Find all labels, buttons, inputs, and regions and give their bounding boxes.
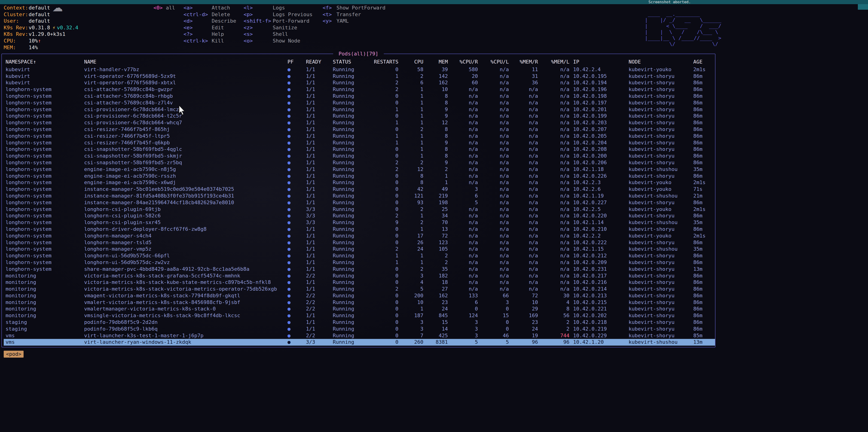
table-row[interactable]: monitoringvmalertmanager-victoria-metric… xyxy=(4,306,715,312)
table-row[interactable]: longhorn-systemengine-image-ei-acb7590c-… xyxy=(4,179,715,186)
port-forward-dot-icon: ● xyxy=(287,73,306,80)
table-row[interactable]: longhorn-systemlonghorn-driver-deployer-… xyxy=(4,226,715,233)
cell-ip: 10.42.0.202 xyxy=(569,312,628,319)
breadcrumb-pod[interactable]: <pod> xyxy=(4,351,24,358)
table-row[interactable]: longhorn-systemcsi-provisioner-6c78dcb66… xyxy=(4,106,715,113)
cell-memr: n/a xyxy=(509,212,538,219)
cell-node: kubevirt-shoryu xyxy=(628,93,693,100)
table-row[interactable]: monitoringvictoria-metrics-k8s-stack-kub… xyxy=(4,279,715,286)
table-row[interactable]: monitoringvictoria-metrics-k8s-stack-vic… xyxy=(4,286,715,293)
table-row[interactable]: longhorn-systemengine-image-ei-acb7590c-… xyxy=(4,166,715,173)
cell-age: 2m1s xyxy=(693,66,716,73)
cell-age: 86m xyxy=(693,79,716,86)
cell-ip: 10.42.0.208 xyxy=(569,146,628,153)
hotkey-menu-actions-1: <a>Attach<ctrl-d>Delete<d>Describe<e>Edi… xyxy=(184,5,236,44)
info-mem: MEM:14% xyxy=(4,44,78,51)
cell-ip: 10.42.0.199 xyxy=(569,113,628,120)
cell-namespace: longhorn-system xyxy=(5,126,84,133)
cell-cpu: 3 xyxy=(398,319,423,326)
table-row[interactable]: monitoringvmsingle-victoria-metrics-k8s-… xyxy=(4,312,715,319)
table-row[interactable]: monitoringvmalert-victoria-metrics-k8s-s… xyxy=(4,299,715,306)
table-row[interactable]: kubevirtvirt-operator-6776f5689d-5zx9t●1… xyxy=(4,73,715,80)
cell-restarts: 0 xyxy=(367,326,398,332)
cell-cpul: 0 xyxy=(478,306,509,312)
table-row[interactable]: monitoringvmagent-victoria-metrics-k8s-s… xyxy=(4,293,715,299)
k9s-logo: ____ __.________ | |/ _/ __ \______ | < … xyxy=(645,11,721,47)
table-row[interactable]: longhorn-systeminstance-manager-84ae2159… xyxy=(4,199,715,206)
cell-name: longhorn-csi-plugin-69tjb xyxy=(84,206,287,213)
cell-ready: 1/1 xyxy=(306,179,333,186)
cell-age: 86m xyxy=(693,159,716,166)
table-row[interactable]: longhorn-systemlonghorn-csi-plugin-69tjb… xyxy=(4,206,715,213)
cell-ready: 2/2 xyxy=(306,332,333,339)
table-row[interactable]: longhorn-systemlonghorn-manager-vmp5z●1/… xyxy=(4,246,715,253)
cell-memr: 96 xyxy=(509,339,538,345)
table-row[interactable]: longhorn-systemcsi-resizer-7466f7b45f-86… xyxy=(4,126,715,133)
table-row[interactable]: longhorn-systemlonghorn-ui-56d9b575dc-66… xyxy=(4,253,715,259)
table-row[interactable]: longhorn-systemcsi-snapshotter-58bf69fbd… xyxy=(4,159,715,166)
table-row-selected[interactable]: vmsvirt-launcher-ryan-windows-11-zkdqk●3… xyxy=(4,339,715,345)
table-row[interactable]: longhorn-systemcsi-resizer-7466f7b45f-q6… xyxy=(4,139,715,146)
table-row[interactable]: longhorn-systemlonghorn-csi-plugin-582c6… xyxy=(4,212,715,219)
table-row[interactable]: longhorn-systemcsi-provisioner-6c78dcb66… xyxy=(4,113,715,120)
cell-cpu: 1 xyxy=(398,133,423,139)
cell-ip: 10.42.0.227 xyxy=(569,199,628,206)
cell-restarts: 0 xyxy=(367,339,398,345)
cell-namespace: monitoring xyxy=(5,273,84,279)
table-row[interactable]: longhorn-systeminstance-manager-81fd5a40… xyxy=(4,193,715,199)
cell-ip: 10.42.2.5 xyxy=(569,206,628,213)
cell-memr: n/a xyxy=(509,226,538,233)
table-row[interactable]: longhorn-systemengine-image-ei-acb7590c-… xyxy=(4,173,715,179)
table-row[interactable]: longhorn-systemcsi-resizer-7466f7b45f-lt… xyxy=(4,133,715,139)
cell-cpur: 133 xyxy=(448,293,478,299)
cell-namespace: longhorn-system xyxy=(5,106,84,113)
table-row[interactable]: longhorn-systemcsi-provisioner-6c78dcb66… xyxy=(4,120,715,126)
menu-item: <p>Logs Previous xyxy=(244,11,312,18)
cell-ready: 3/3 xyxy=(306,339,333,345)
cell-restarts: 0 xyxy=(367,312,398,319)
cell-restarts: 2 xyxy=(367,286,398,293)
cell-memr: n/a xyxy=(509,126,538,133)
table-row[interactable]: longhorn-systemcsi-snapshotter-58bf69fbd… xyxy=(4,153,715,159)
table-row[interactable]: longhorn-systeminstance-manager-5bc01eeb… xyxy=(4,186,715,193)
cell-cpur: n/a xyxy=(448,266,478,273)
cell-namespace: longhorn-system xyxy=(5,153,84,159)
info-context: Context:default xyxy=(4,5,78,11)
menu-label: all xyxy=(166,5,175,11)
cell-cpu: 1 xyxy=(398,146,423,153)
cell-namespace: longhorn-system xyxy=(5,93,84,100)
table-row[interactable]: stagingpodinfo-79db68f5c9-lkb6q●1/1Runni… xyxy=(4,326,715,332)
table-row[interactable]: longhorn-systemlonghorn-manager-tsld5●1/… xyxy=(4,239,715,246)
cell-memr: n/a xyxy=(509,206,538,213)
cell-ip: 10.42.1.19 xyxy=(569,193,628,199)
cell-mem: 23 xyxy=(423,299,448,306)
table-row[interactable]: longhorn-systemcsi-snapshotter-58bf69fbd… xyxy=(4,146,715,153)
menu-key: <t> xyxy=(322,11,337,18)
table-row[interactable]: longhorn-systemlonghorn-csi-plugin-sxr45… xyxy=(4,219,715,226)
cell-status: Running xyxy=(333,299,367,306)
table-row[interactable]: kubevirtvirt-operator-6776f5689d-xbtxl●1… xyxy=(4,79,715,86)
cell-memr: n/a xyxy=(509,239,538,246)
cell-node: kubevirt-shushou xyxy=(628,166,693,173)
cell-cpur: 3 xyxy=(448,326,478,332)
port-forward-dot-icon: ● xyxy=(287,239,306,246)
table-row[interactable]: longhorn-systemlonghorn-manager-s4ch4●1/… xyxy=(4,233,715,239)
cell-node: kubevirt-shoryu xyxy=(628,332,693,339)
table-row[interactable]: kubevirtvirt-handler-v77bz●1/1Running058… xyxy=(4,66,715,73)
table-row[interactable]: longhorn-systemcsi-attacher-57689cc84b-g… xyxy=(4,86,715,93)
cell-mem: 1 xyxy=(423,179,448,186)
port-forward-dot-icon: ● xyxy=(287,206,306,213)
table-row[interactable]: stagingpodinfo-79db68f5c9-2d2dn●1/1Runni… xyxy=(4,319,715,326)
cell-node: kubevirt-shoryu xyxy=(628,79,693,86)
menu-item: <d>Describe xyxy=(184,18,236,25)
table-row[interactable]: monitoringvictoria-metrics-k8s-stack-gra… xyxy=(4,273,715,279)
table-row[interactable]: longhorn-systemcsi-attacher-57689cc84b-z… xyxy=(4,100,715,106)
table-row[interactable]: longhorn-systemlonghorn-ui-56d9b575dc-zw… xyxy=(4,259,715,266)
cell-memr: n/a xyxy=(509,159,538,166)
cell-mem: 8 xyxy=(423,126,448,133)
cell-name: longhorn-csi-plugin-sxr45 xyxy=(84,219,287,226)
column-header-ready: READY xyxy=(306,59,333,65)
table-row[interactable]: longhorn-systemshare-manager-pvc-4bbd842… xyxy=(4,266,715,273)
table-row[interactable]: vmsvirt-launcher-k3s-test-1-master-1-j6p… xyxy=(4,332,715,339)
table-row[interactable]: longhorn-systemcsi-attacher-57689cc84b-r… xyxy=(4,93,715,100)
